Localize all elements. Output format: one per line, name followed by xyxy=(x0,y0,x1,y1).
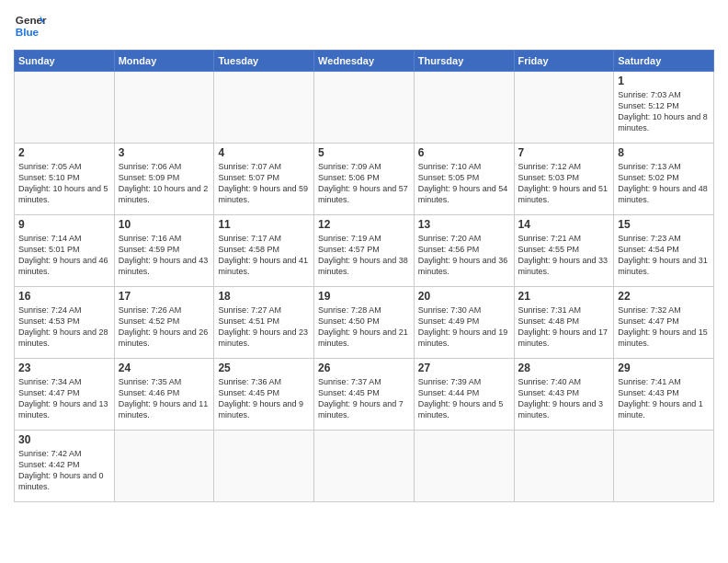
calendar-cell: 20Sunrise: 7:30 AM Sunset: 4:49 PM Dayli… xyxy=(414,287,514,359)
day-info: Sunrise: 7:10 AM Sunset: 5:05 PM Dayligh… xyxy=(418,161,510,206)
day-info: Sunrise: 7:37 AM Sunset: 4:45 PM Dayligh… xyxy=(318,376,410,421)
calendar-cell xyxy=(214,431,314,502)
day-number: 6 xyxy=(418,146,510,159)
day-number: 28 xyxy=(518,362,610,374)
col-header-wednesday: Wednesday xyxy=(314,51,415,72)
day-info: Sunrise: 7:31 AM Sunset: 4:48 PM Dayligh… xyxy=(518,304,610,350)
calendar-cell: 5Sunrise: 7:09 AM Sunset: 5:06 PM Daylig… xyxy=(314,144,415,215)
day-info: Sunrise: 7:42 AM Sunset: 4:42 PM Dayligh… xyxy=(18,448,110,493)
calendar-cell: 15Sunrise: 7:23 AM Sunset: 4:54 PM Dayli… xyxy=(614,215,714,287)
day-info: Sunrise: 7:24 AM Sunset: 4:53 PM Dayligh… xyxy=(18,304,110,350)
day-info: Sunrise: 7:32 AM Sunset: 4:47 PM Dayligh… xyxy=(618,304,710,350)
day-info: Sunrise: 7:26 AM Sunset: 4:52 PM Dayligh… xyxy=(119,304,210,350)
header: General Blue xyxy=(14,9,714,42)
day-info: Sunrise: 7:14 AM Sunset: 5:01 PM Dayligh… xyxy=(18,233,110,278)
calendar-cell: 30Sunrise: 7:42 AM Sunset: 4:42 PM Dayli… xyxy=(15,431,115,502)
day-info: Sunrise: 7:40 AM Sunset: 4:43 PM Dayligh… xyxy=(518,376,610,421)
day-info: Sunrise: 7:07 AM Sunset: 5:07 PM Dayligh… xyxy=(218,161,310,206)
col-header-tuesday: Tuesday xyxy=(214,51,314,72)
day-info: Sunrise: 7:05 AM Sunset: 5:10 PM Dayligh… xyxy=(18,161,110,206)
page: General Blue SundayMondayTuesdayWednesda… xyxy=(0,0,728,563)
day-info: Sunrise: 7:19 AM Sunset: 4:57 PM Dayligh… xyxy=(318,233,410,278)
calendar-cell: 18Sunrise: 7:27 AM Sunset: 4:51 PM Dayli… xyxy=(214,287,314,359)
calendar-cell xyxy=(514,72,614,144)
calendar: SundayMondayTuesdayWednesdayThursdayFrid… xyxy=(14,50,714,502)
day-info: Sunrise: 7:28 AM Sunset: 4:50 PM Dayligh… xyxy=(318,304,410,350)
col-header-friday: Friday xyxy=(514,51,614,72)
day-info: Sunrise: 7:16 AM Sunset: 4:59 PM Dayligh… xyxy=(119,233,210,278)
calendar-cell: 24Sunrise: 7:35 AM Sunset: 4:46 PM Dayli… xyxy=(114,359,214,431)
day-number: 29 xyxy=(618,362,710,374)
day-number: 2 xyxy=(18,146,110,159)
calendar-cell: 7Sunrise: 7:12 AM Sunset: 5:03 PM Daylig… xyxy=(514,144,614,215)
day-number: 14 xyxy=(518,218,610,231)
day-number: 13 xyxy=(418,218,510,231)
calendar-week-4: 16Sunrise: 7:24 AM Sunset: 4:53 PM Dayli… xyxy=(15,287,714,359)
day-number: 25 xyxy=(218,362,310,374)
calendar-cell: 11Sunrise: 7:17 AM Sunset: 4:58 PM Dayli… xyxy=(214,215,314,287)
calendar-cell xyxy=(514,431,614,502)
day-number: 18 xyxy=(218,290,310,303)
day-number: 15 xyxy=(618,218,710,231)
day-info: Sunrise: 7:06 AM Sunset: 5:09 PM Dayligh… xyxy=(119,161,210,206)
day-info: Sunrise: 7:35 AM Sunset: 4:46 PM Dayligh… xyxy=(119,376,210,421)
calendar-cell xyxy=(414,431,514,502)
day-number: 22 xyxy=(618,290,710,303)
calendar-cell: 16Sunrise: 7:24 AM Sunset: 4:53 PM Dayli… xyxy=(15,287,115,359)
day-number: 7 xyxy=(518,146,610,159)
day-number: 1 xyxy=(618,75,710,87)
day-info: Sunrise: 7:03 AM Sunset: 5:12 PM Dayligh… xyxy=(618,89,710,134)
col-header-monday: Monday xyxy=(114,51,214,72)
day-number: 5 xyxy=(318,146,410,159)
calendar-week-5: 23Sunrise: 7:34 AM Sunset: 4:47 PM Dayli… xyxy=(15,359,714,431)
day-info: Sunrise: 7:20 AM Sunset: 4:56 PM Dayligh… xyxy=(418,233,510,278)
day-number: 11 xyxy=(218,218,310,231)
col-header-sunday: Sunday xyxy=(15,51,115,72)
calendar-header-row: SundayMondayTuesdayWednesdayThursdayFrid… xyxy=(15,51,714,72)
calendar-cell: 19Sunrise: 7:28 AM Sunset: 4:50 PM Dayli… xyxy=(314,287,415,359)
calendar-cell: 8Sunrise: 7:13 AM Sunset: 5:02 PM Daylig… xyxy=(614,144,714,215)
calendar-week-3: 9Sunrise: 7:14 AM Sunset: 5:01 PM Daylig… xyxy=(15,215,714,287)
day-number: 17 xyxy=(119,290,210,303)
calendar-cell: 10Sunrise: 7:16 AM Sunset: 4:59 PM Dayli… xyxy=(114,215,214,287)
day-info: Sunrise: 7:13 AM Sunset: 5:02 PM Dayligh… xyxy=(618,161,710,206)
calendar-cell: 3Sunrise: 7:06 AM Sunset: 5:09 PM Daylig… xyxy=(114,144,214,215)
svg-text:Blue: Blue xyxy=(16,26,40,38)
day-info: Sunrise: 7:39 AM Sunset: 4:44 PM Dayligh… xyxy=(418,376,510,421)
day-info: Sunrise: 7:41 AM Sunset: 4:43 PM Dayligh… xyxy=(618,376,710,421)
day-number: 21 xyxy=(518,290,610,303)
day-number: 10 xyxy=(119,218,210,231)
calendar-week-6: 30Sunrise: 7:42 AM Sunset: 4:42 PM Dayli… xyxy=(15,431,714,502)
calendar-cell: 25Sunrise: 7:36 AM Sunset: 4:45 PM Dayli… xyxy=(214,359,314,431)
day-number: 23 xyxy=(18,362,110,374)
logo: General Blue xyxy=(14,9,47,42)
calendar-cell: 29Sunrise: 7:41 AM Sunset: 4:43 PM Dayli… xyxy=(614,359,714,431)
day-number: 24 xyxy=(119,362,210,374)
calendar-cell: 14Sunrise: 7:21 AM Sunset: 4:55 PM Dayli… xyxy=(514,215,614,287)
day-number: 20 xyxy=(418,290,510,303)
day-number: 3 xyxy=(119,146,210,159)
day-info: Sunrise: 7:21 AM Sunset: 4:55 PM Dayligh… xyxy=(518,233,610,278)
calendar-cell xyxy=(15,72,115,144)
calendar-cell: 6Sunrise: 7:10 AM Sunset: 5:05 PM Daylig… xyxy=(414,144,514,215)
day-number: 12 xyxy=(318,218,410,231)
day-info: Sunrise: 7:23 AM Sunset: 4:54 PM Dayligh… xyxy=(618,233,710,278)
calendar-cell: 13Sunrise: 7:20 AM Sunset: 4:56 PM Dayli… xyxy=(414,215,514,287)
day-number: 30 xyxy=(18,433,110,446)
calendar-cell: 12Sunrise: 7:19 AM Sunset: 4:57 PM Dayli… xyxy=(314,215,415,287)
calendar-cell: 17Sunrise: 7:26 AM Sunset: 4:52 PM Dayli… xyxy=(114,287,214,359)
calendar-cell: 9Sunrise: 7:14 AM Sunset: 5:01 PM Daylig… xyxy=(15,215,115,287)
day-number: 4 xyxy=(218,146,310,159)
day-info: Sunrise: 7:34 AM Sunset: 4:47 PM Dayligh… xyxy=(18,376,110,421)
day-number: 26 xyxy=(318,362,410,374)
day-number: 27 xyxy=(418,362,510,374)
day-number: 19 xyxy=(318,290,410,303)
calendar-cell xyxy=(614,431,714,502)
calendar-cell: 26Sunrise: 7:37 AM Sunset: 4:45 PM Dayli… xyxy=(314,359,415,431)
calendar-cell xyxy=(114,72,214,144)
col-header-saturday: Saturday xyxy=(614,51,714,72)
calendar-cell xyxy=(114,431,214,502)
calendar-cell: 4Sunrise: 7:07 AM Sunset: 5:07 PM Daylig… xyxy=(214,144,314,215)
day-info: Sunrise: 7:36 AM Sunset: 4:45 PM Dayligh… xyxy=(218,376,310,421)
calendar-cell: 28Sunrise: 7:40 AM Sunset: 4:43 PM Dayli… xyxy=(514,359,614,431)
